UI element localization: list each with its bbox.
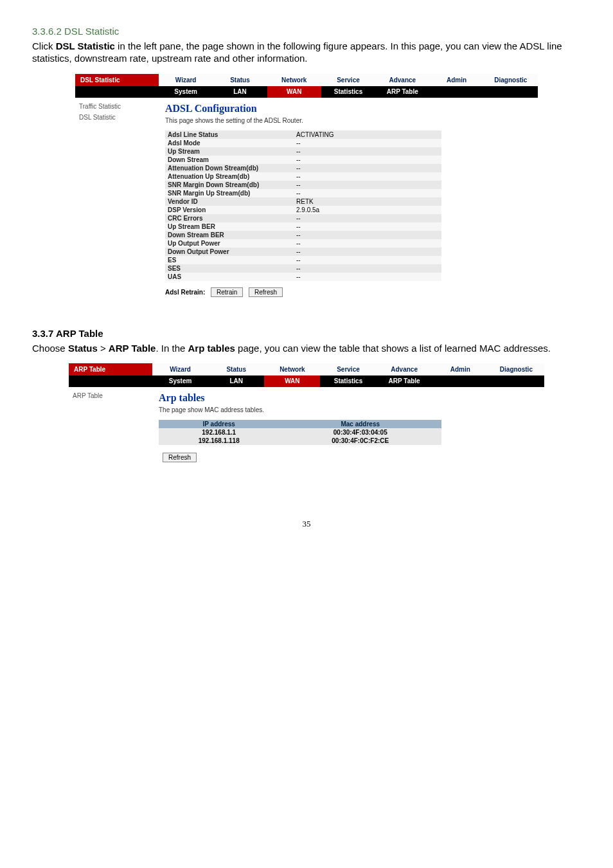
table-row: ES-- bbox=[165, 256, 441, 264]
mac-cell: 00:30:4F:0C:F2:CE bbox=[279, 437, 441, 445]
table-row: SNR Margin Down Stream(db)-- bbox=[165, 181, 441, 189]
sub-nav-row: System LAN WAN Statistics ARP Table bbox=[75, 86, 538, 98]
side-traffic-statistic[interactable]: Traffic Statistic bbox=[79, 103, 155, 110]
table-row: SNR Margin Up Stream(db)-- bbox=[165, 189, 441, 197]
table-row: CRC Errors-- bbox=[165, 214, 441, 222]
ip-cell: 192.168.1.118 bbox=[159, 437, 279, 445]
sub-nav-row: System LAN WAN Statistics ARP Table bbox=[69, 375, 544, 387]
stat-value: -- bbox=[294, 189, 441, 197]
section-heading-337: 3.3.7 ARP Table bbox=[32, 328, 581, 339]
table-row: Adsl Mode-- bbox=[165, 139, 441, 147]
stat-value: ACTIVATING bbox=[294, 131, 441, 139]
p-text: Click bbox=[32, 41, 56, 51]
nav-diagnostic[interactable]: Diagnostic bbox=[484, 74, 538, 86]
stat-label: Up Stream BER bbox=[165, 222, 294, 231]
subnav-statistics[interactable]: Statistics bbox=[320, 375, 376, 387]
table-row: Vendor IDRETK bbox=[165, 197, 441, 206]
stat-value: -- bbox=[294, 222, 441, 231]
table-row: Adsl Line StatusACTIVATING bbox=[165, 131, 441, 139]
top-nav-row: ARP Table Wizard Status Network Service … bbox=[69, 363, 544, 375]
p-bold: Status bbox=[68, 343, 98, 354]
table-row: Attenuation Down Stream(db)-- bbox=[165, 164, 441, 172]
nav-status[interactable]: Status bbox=[208, 363, 264, 375]
p-bold: ARP Table bbox=[109, 343, 156, 354]
stat-label: SNR Margin Down Stream(db) bbox=[165, 181, 294, 189]
nav-wizard[interactable]: Wizard bbox=[159, 74, 213, 86]
arp-table-screenshot: ARP Table Wizard Status Network Service … bbox=[69, 363, 544, 467]
stat-label: ES bbox=[165, 256, 294, 264]
top-nav-row: DSL Statistic Wizard Status Network Serv… bbox=[75, 74, 538, 86]
stat-value: -- bbox=[294, 231, 441, 239]
subnav-lan[interactable]: LAN bbox=[213, 86, 267, 98]
refresh-button[interactable]: Refresh bbox=[249, 287, 283, 297]
table-row: Down Output Power-- bbox=[165, 248, 441, 256]
nav-network[interactable]: Network bbox=[267, 74, 321, 86]
subnav-arp-table[interactable]: ARP Table bbox=[377, 375, 432, 387]
nav-network[interactable]: Network bbox=[264, 363, 320, 375]
stat-label: Vendor ID bbox=[165, 197, 294, 206]
subnav-arp-table[interactable]: ARP Table bbox=[375, 86, 429, 98]
adsl-stats-table: Adsl Line StatusACTIVATINGAdsl Mode--Up … bbox=[165, 131, 441, 281]
nav-admin[interactable]: Admin bbox=[432, 363, 488, 375]
refresh-button[interactable]: Refresh bbox=[163, 453, 197, 462]
table-row: DSP Version2.9.0.5a bbox=[165, 206, 441, 214]
retrain-row: Adsl Retrain: Retrain Refresh bbox=[165, 287, 531, 297]
stat-label: CRC Errors bbox=[165, 214, 294, 222]
retrain-button[interactable]: Retrain bbox=[211, 287, 243, 297]
subnav-system[interactable]: System bbox=[152, 375, 208, 387]
content-area: ADSL Configuration This page shows the s… bbox=[159, 98, 538, 302]
stat-label: Attenuation Up Stream(db) bbox=[165, 172, 294, 181]
stat-label: Down Output Power bbox=[165, 248, 294, 256]
subnav-wan[interactable]: WAN bbox=[264, 375, 320, 387]
subnav-system[interactable]: System bbox=[159, 86, 213, 98]
subnav-statistics[interactable]: Statistics bbox=[321, 86, 375, 98]
panel-title: DSL Statistic bbox=[75, 74, 159, 86]
nav-advance[interactable]: Advance bbox=[377, 363, 432, 375]
arp-mac-table: IP address Mac address 192.168.1.100:30:… bbox=[159, 420, 441, 445]
nav-status[interactable]: Status bbox=[213, 74, 267, 86]
table-row: Down Stream BER-- bbox=[165, 231, 441, 239]
nav-wizard[interactable]: Wizard bbox=[152, 363, 208, 375]
subnav-pad bbox=[69, 375, 152, 387]
adsl-config-title: ADSL Configuration bbox=[165, 103, 531, 114]
dsl-statistic-screenshot: DSL Statistic Wizard Status Network Serv… bbox=[75, 74, 538, 302]
section-intro-para: Click DSL Statistic in the left pane, th… bbox=[32, 41, 581, 65]
panel-title: ARP Table bbox=[69, 363, 152, 375]
nav-admin[interactable]: Admin bbox=[429, 74, 483, 86]
subnav-lan[interactable]: LAN bbox=[208, 375, 264, 387]
side-dsl-statistic[interactable]: DSL Statistic bbox=[79, 114, 155, 121]
stat-value: -- bbox=[294, 264, 441, 273]
section2-intro-para: Choose Status > ARP Table. In the Arp ta… bbox=[32, 343, 581, 355]
ip-cell: 192.168.1.1 bbox=[159, 428, 279, 437]
section-heading-3362: 3.3.6.2 DSL Statistic bbox=[32, 26, 581, 37]
side-arp-table[interactable]: ARP Table bbox=[73, 392, 148, 399]
stat-value: -- bbox=[294, 139, 441, 147]
stat-value: -- bbox=[294, 239, 441, 248]
arp-tables-title: Arp tables bbox=[159, 392, 538, 404]
nav-advance[interactable]: Advance bbox=[375, 74, 429, 86]
stat-value: -- bbox=[294, 214, 441, 222]
table-row: 192.168.1.100:30:4F:03:04:05 bbox=[159, 428, 441, 437]
main-area: Traffic Statistic DSL Statistic ADSL Con… bbox=[75, 98, 538, 302]
nav-service[interactable]: Service bbox=[320, 363, 376, 375]
stat-label: Up Stream bbox=[165, 147, 294, 156]
th-ip: IP address bbox=[159, 420, 279, 428]
nav-diagnostic[interactable]: Diagnostic bbox=[488, 363, 544, 375]
stat-label: Down Stream bbox=[165, 156, 294, 164]
stat-value: -- bbox=[294, 172, 441, 181]
stat-value: 2.9.0.5a bbox=[294, 206, 441, 214]
retrain-label: Adsl Retrain: bbox=[165, 289, 205, 296]
subnav-wan[interactable]: WAN bbox=[267, 86, 321, 98]
stat-value: RETK bbox=[294, 197, 441, 206]
stat-label: Adsl Line Status bbox=[165, 131, 294, 139]
table-row: UAS-- bbox=[165, 273, 441, 281]
stat-label: Down Stream BER bbox=[165, 231, 294, 239]
stat-value: -- bbox=[294, 147, 441, 156]
table-row: Up Output Power-- bbox=[165, 239, 441, 248]
main-area: ARP Table Arp tables The page show MAC a… bbox=[69, 387, 544, 467]
side-pane: ARP Table bbox=[69, 387, 152, 467]
table-row: 192.168.1.11800:30:4F:0C:F2:CE bbox=[159, 437, 441, 445]
stat-value: -- bbox=[294, 273, 441, 281]
table-row: SES-- bbox=[165, 264, 441, 273]
nav-service[interactable]: Service bbox=[321, 74, 375, 86]
